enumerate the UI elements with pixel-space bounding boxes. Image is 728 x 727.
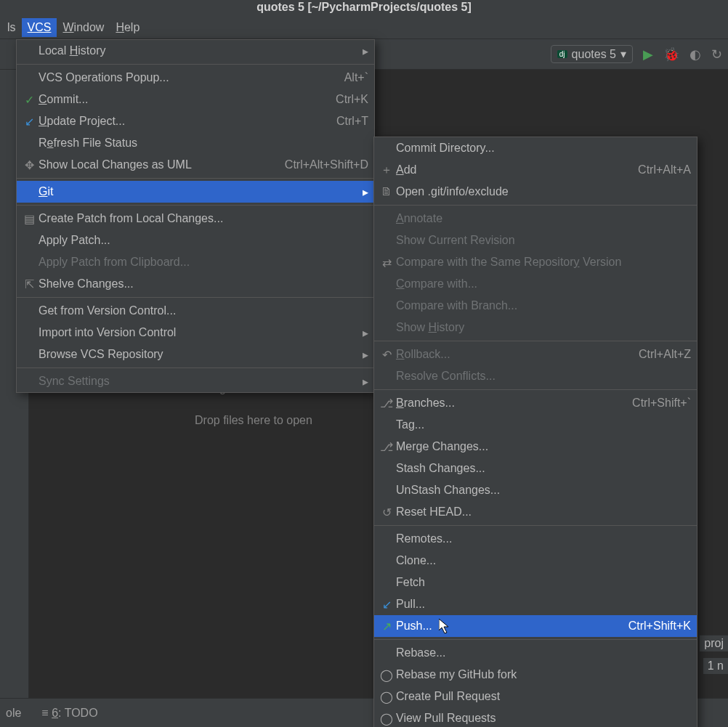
todo-tab[interactable]: ≡ 6: TODO — [41, 707, 97, 720]
menu-item-label: Shelve Changes... — [37, 277, 368, 291]
submenu-arrow-icon: ▸ — [363, 185, 368, 199]
vcs-menu-item-11[interactable]: Apply Patch... — [17, 230, 374, 251]
git-submenu-item-21[interactable]: Remotes... — [374, 528, 697, 550]
menu-item-label: Browse VCS Repository — [37, 348, 357, 361]
run-icon[interactable]: ▶ — [643, 46, 653, 62]
vcs-menu-item-15[interactable]: Get from Version Control... — [17, 300, 374, 322]
menu-item-label: Compare with... — [395, 277, 691, 291]
menu-item-label: VCS Operations Popup... — [37, 71, 337, 84]
vcs-menu-separator — [17, 297, 374, 298]
vcs-menu-item-13[interactable]: ⇱Shelve Changes... — [17, 273, 374, 295]
window-title: quotes 5 [~/PycharmProjects/quotes 5] — [0, 0, 728, 16]
vcs-menu-item-2[interactable]: VCS Operations Popup...Alt+` — [17, 67, 374, 89]
menu-item-label: Compare with Branch... — [395, 299, 691, 312]
menu-item-label: Annotate — [395, 212, 691, 225]
git-submenu-separator — [374, 205, 697, 206]
git-submenu-item-27[interactable]: Rebase... — [374, 642, 697, 664]
menu-item-icon: ⎇ — [379, 440, 395, 454]
git-submenu-item-4: Annotate — [374, 208, 697, 230]
project-tool-tab[interactable]: proj — [700, 635, 728, 651]
menu-item-label: Create Patch from Local Changes... — [37, 212, 368, 225]
menu-item-icon: ↙ — [379, 598, 395, 612]
menu-item-label: Resolve Conflicts... — [395, 370, 691, 383]
vcs-menu-item-4[interactable]: ↙Update Project...Ctrl+T — [17, 110, 374, 132]
menu-item-icon: ↶ — [379, 348, 395, 362]
vcs-menu-separator — [17, 178, 374, 179]
menu-item-icon: ↙ — [21, 115, 37, 129]
vcs-menu-item-8[interactable]: Git▸ — [17, 181, 374, 203]
submenu-arrow-icon: ▸ — [363, 44, 368, 58]
stop-icon[interactable]: ↻ — [711, 46, 722, 62]
git-submenu-item-24[interactable]: ↙Pull... — [374, 593, 697, 615]
menu-item-icon: 🗎 — [379, 185, 395, 198]
menu-item-label: Update Project... — [37, 115, 329, 128]
menu-item-label: Apply Patch from Clipboard... — [37, 256, 368, 269]
git-submenu: Commit Directory...＋AddCtrl+Alt+A🗎Open .… — [373, 137, 697, 727]
git-submenu-item-15[interactable]: Tag... — [374, 414, 697, 436]
git-submenu-item-12: Resolve Conflicts... — [374, 365, 697, 387]
run-config-selector[interactable]: dj quotes 5 ▾ — [551, 45, 633, 63]
console-tab[interactable]: ole — [6, 707, 21, 720]
vcs-menu-item-3[interactable]: ✓Commit...Ctrl+K — [17, 89, 374, 110]
coverage-icon[interactable]: ◐ — [689, 46, 701, 62]
menu-item-icon: ◯ — [379, 690, 395, 704]
menu-item-label: Tag... — [395, 418, 691, 431]
menu-item-label: Add — [395, 163, 631, 176]
vcs-menu-item-6[interactable]: ✥Show Local Changes as UMLCtrl+Alt+Shift… — [17, 154, 374, 176]
git-submenu-item-2[interactable]: 🗎Open .git/info/exclude — [374, 181, 697, 203]
menu-item-label: Stash Changes... — [395, 462, 691, 475]
menu-item-label: Rollback... — [395, 348, 631, 361]
menu-item-label: Open .git/info/exclude — [395, 185, 691, 198]
vcs-menu-item-10[interactable]: ▤Create Patch from Local Changes... — [17, 208, 374, 230]
menu-item-shortcut: Ctrl+Shift+` — [625, 397, 691, 410]
menu-item-label: View Pull Requests — [395, 712, 691, 725]
menu-item-shortcut: Alt+` — [337, 71, 368, 84]
git-submenu-item-1[interactable]: ＋AddCtrl+Alt+A — [374, 159, 697, 181]
git-submenu-item-30[interactable]: ◯View Pull Requests — [374, 707, 697, 727]
menu-vcs[interactable]: VCS — [22, 18, 57, 37]
vcs-menu-item-16[interactable]: Import into Version Control▸ — [17, 322, 374, 344]
git-submenu-item-7: Compare with... — [374, 273, 697, 295]
git-submenu-item-6: ⇄Compare with the Same Repository Versio… — [374, 251, 697, 273]
menu-item-icon: ▤ — [21, 212, 37, 226]
menu-tools[interactable]: ls — [1, 18, 22, 37]
menu-item-shortcut: Ctrl+T — [329, 115, 368, 128]
notification-count[interactable]: 1 n — [703, 658, 728, 674]
git-submenu-item-23[interactable]: Fetch — [374, 572, 697, 593]
git-submenu-item-29[interactable]: ◯Create Pull Request — [374, 686, 697, 707]
django-icon: dj — [557, 50, 567, 58]
git-submenu-item-18[interactable]: UnStash Changes... — [374, 479, 697, 501]
git-submenu-separator — [374, 341, 697, 341]
git-submenu-item-16[interactable]: ⎇Merge Changes... — [374, 436, 697, 458]
run-config-name: quotes 5 — [572, 48, 616, 61]
vcs-menu-item-5[interactable]: Refresh File Status — [17, 132, 374, 154]
menu-window[interactable]: Window — [57, 18, 110, 37]
vcs-menu-separator — [17, 64, 374, 65]
vcs-menu-item-0[interactable]: Local History▸ — [17, 40, 374, 62]
vcs-menu-item-12: Apply Patch from Clipboard... — [17, 251, 374, 273]
git-submenu-item-25[interactable]: ↗Push...Ctrl+Shift+K — [374, 615, 697, 637]
git-submenu-item-0[interactable]: Commit Directory... — [374, 137, 697, 159]
debug-icon[interactable]: 🐞 — [663, 46, 679, 62]
menu-help[interactable]: Help — [110, 18, 145, 37]
menu-item-label: Refresh File Status — [37, 137, 368, 150]
menu-item-icon: ◯ — [379, 668, 395, 682]
menu-item-icon: ◯ — [379, 712, 395, 726]
git-submenu-item-14[interactable]: ⎇Branches...Ctrl+Shift+` — [374, 392, 697, 414]
menu-item-label: Rebase... — [395, 646, 691, 659]
git-submenu-item-28[interactable]: ◯Rebase my GitHub fork — [374, 664, 697, 686]
menu-item-label: Fetch — [395, 576, 691, 589]
vcs-menu-item-17[interactable]: Browse VCS Repository▸ — [17, 344, 374, 365]
git-submenu-item-19[interactable]: ↺Reset HEAD... — [374, 501, 697, 523]
menu-item-label: Local History — [37, 44, 357, 57]
menu-item-label: Apply Patch... — [37, 234, 368, 247]
vcs-menu-item-19: Sync Settings▸ — [17, 370, 374, 392]
menu-item-icon: ⇱ — [21, 277, 37, 291]
vcs-menu-separator — [17, 367, 374, 368]
git-submenu-separator — [374, 389, 697, 390]
git-submenu-item-17[interactable]: Stash Changes... — [374, 458, 697, 479]
menu-item-label: UnStash Changes... — [395, 484, 691, 497]
menu-item-label: Remotes... — [395, 532, 691, 545]
git-submenu-item-22[interactable]: Clone... — [374, 550, 697, 572]
submenu-arrow-icon: ▸ — [363, 326, 368, 340]
